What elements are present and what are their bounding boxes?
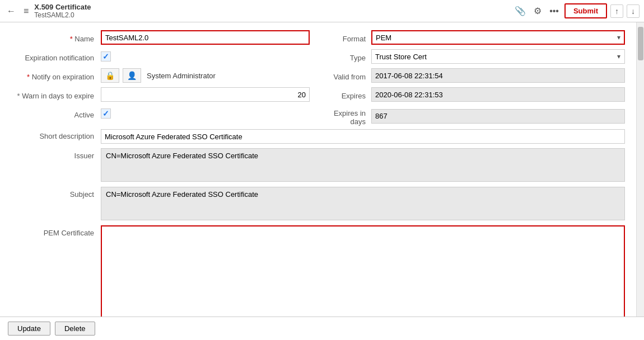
attachment-icon: 📎 <box>515 6 526 16</box>
expires-in-days-control <box>371 109 625 124</box>
lock-button[interactable]: 🔒 <box>101 68 119 83</box>
issuer-label: Issuer <box>6 148 101 160</box>
settings-button[interactable]: ⚙ <box>531 3 544 18</box>
toolbar-title-sub: TestSAML2.0 <box>34 11 91 19</box>
update-button[interactable]: Update <box>8 322 50 336</box>
person-add-icon: 👤 <box>127 71 137 80</box>
expiration-notification-control <box>101 49 310 64</box>
warn-days-control <box>101 87 310 102</box>
pem-cert-control <box>101 225 625 317</box>
attachment-button[interactable]: 📎 <box>512 3 528 18</box>
issuer-row: Issuer <box>6 148 625 183</box>
short-desc-input[interactable] <box>101 129 625 144</box>
hamburger-button[interactable]: ≡ <box>21 4 31 18</box>
name-input[interactable] <box>101 30 310 45</box>
person-add-button[interactable]: 👤 <box>123 68 141 83</box>
warn-expires-row: Warn in days to expire Expires <box>6 87 625 103</box>
name-label: Name <box>6 32 101 43</box>
warn-days-input[interactable] <box>101 87 310 102</box>
short-desc-control <box>101 129 625 144</box>
scrollbar-track[interactable] <box>636 22 644 317</box>
notify-validfrom-row: Notify on expiration 🔒 👤 System Administ… <box>6 68 625 84</box>
hamburger-icon: ≡ <box>24 6 29 16</box>
subject-textarea[interactable] <box>101 187 625 220</box>
toolbar-title-main: X.509 Certificate <box>34 3 91 11</box>
active-expiresindays-row: Active Expires in days <box>6 106 625 126</box>
valid-from-input <box>371 68 625 83</box>
form-area: Name Format PEM DER <box>0 22 636 317</box>
format-control: PEM DER <box>371 30 625 45</box>
issuer-textarea[interactable] <box>101 148 625 182</box>
down-icon: ↓ <box>631 7 635 16</box>
more-icon: ••• <box>549 6 559 16</box>
active-label: Active <box>6 108 101 119</box>
back-button[interactable]: ← <box>4 4 18 18</box>
toolbar: ← ≡ X.509 Certificate TestSAML2.0 📎 ⚙ ••… <box>0 0 644 22</box>
type-control: Trust Store Cert CA Certificate Server C… <box>371 49 625 64</box>
nav-down-button[interactable]: ↓ <box>627 4 640 18</box>
valid-from-label: Valid from <box>321 70 371 81</box>
issuer-control <box>101 148 625 183</box>
expires-in-days-label: Expires in days <box>321 106 371 126</box>
short-desc-row: Short description <box>6 129 625 145</box>
toolbar-left: ← ≡ X.509 Certificate TestSAML2.0 <box>4 3 512 19</box>
expiration-notification-label: Expiration notification <box>6 51 101 62</box>
subject-control <box>101 187 625 222</box>
main-content: Name Format PEM DER <box>0 22 644 317</box>
notify-expiration-label: Notify on expiration <box>6 70 101 81</box>
notify-row: 🔒 👤 System Administrator <box>101 68 310 83</box>
scrollbar-thumb[interactable] <box>638 27 643 60</box>
bottom-bar: Update Delete <box>0 317 644 340</box>
notify-expiration-control: 🔒 👤 System Administrator <box>101 68 310 83</box>
more-button[interactable]: ••• <box>547 4 561 18</box>
type-select[interactable]: Trust Store Cert CA Certificate Server C… <box>371 49 625 64</box>
notify-value: System Administrator <box>144 72 216 80</box>
format-select[interactable]: PEM DER <box>371 30 625 45</box>
expiration-type-row: Expiration notification Type Trust Store… <box>6 49 625 65</box>
warn-days-label: Warn in days to expire <box>6 89 101 100</box>
expires-control <box>371 87 625 102</box>
subject-row: Subject <box>6 187 625 222</box>
expiration-notification-checkbox[interactable] <box>101 51 111 62</box>
settings-icon: ⚙ <box>534 6 542 16</box>
name-format-row: Name Format PEM DER <box>6 30 625 46</box>
format-label: Format <box>321 32 371 43</box>
nav-up-button[interactable]: ↑ <box>610 4 623 18</box>
submit-button[interactable]: Submit <box>564 3 607 18</box>
name-control <box>101 30 310 45</box>
lock-icon: 🔒 <box>105 71 115 80</box>
expires-label: Expires <box>321 89 371 100</box>
valid-from-control <box>371 68 625 83</box>
short-desc-label: Short description <box>6 129 101 140</box>
toolbar-title: X.509 Certificate TestSAML2.0 <box>34 3 91 19</box>
active-checkbox[interactable] <box>101 108 111 119</box>
type-label: Type <box>321 51 371 62</box>
pem-cert-textarea[interactable] <box>101 225 625 317</box>
active-control <box>101 106 310 121</box>
pem-cert-label: PEM Certificate <box>6 225 101 237</box>
back-icon: ← <box>7 6 16 16</box>
subject-label: Subject <box>6 187 101 199</box>
pem-cert-row: PEM Certificate <box>6 225 625 317</box>
expiration-notification-checkbox-wrap <box>101 49 310 64</box>
expires-input <box>371 87 625 102</box>
delete-button[interactable]: Delete <box>55 322 95 336</box>
toolbar-right: 📎 ⚙ ••• Submit ↑ ↓ <box>512 3 640 18</box>
up-icon: ↑ <box>615 7 619 16</box>
active-checkbox-wrap <box>101 106 310 121</box>
expires-in-days-input <box>371 109 625 124</box>
